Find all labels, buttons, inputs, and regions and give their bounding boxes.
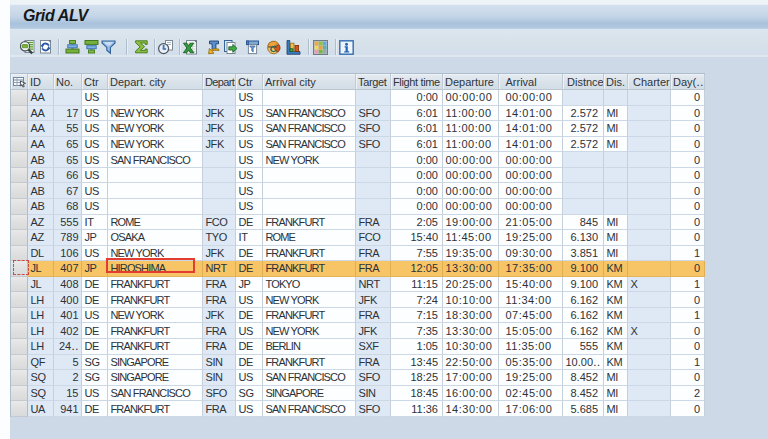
svg-text:C: C (270, 42, 277, 53)
